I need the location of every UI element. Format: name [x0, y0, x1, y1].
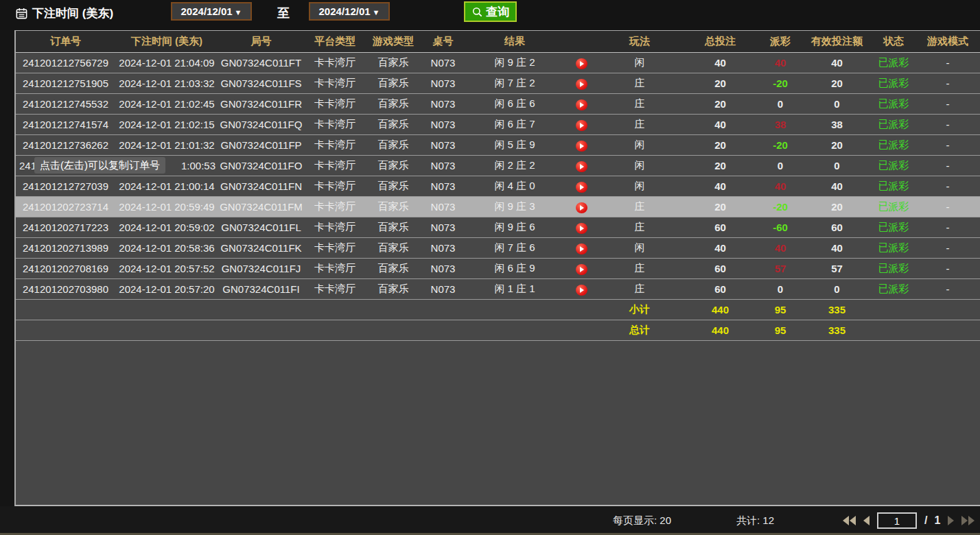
cell-total_bet: 40: [681, 115, 760, 135]
cell-valid_bet: 57: [801, 259, 873, 279]
play-video-button[interactable]: [576, 264, 587, 275]
column-header-platform: 平台类型: [304, 31, 366, 53]
cell-result: 闲 6 庄 9: [465, 259, 564, 279]
date-to-select[interactable]: 2024/12/01▼: [309, 2, 390, 21]
cell-platform: 卡卡湾厅: [304, 94, 366, 115]
table-row[interactable]: 2412012127567292024-12-01 21:04:09GN0732…: [16, 53, 980, 73]
play-video-button[interactable]: [576, 161, 587, 172]
first-page-button[interactable]: [843, 516, 856, 525]
cell-order[interactable]: 241201202723714: [16, 197, 115, 217]
cell-order[interactable]: 241201212751905: [16, 73, 115, 94]
cell-game: 百家乐: [366, 94, 421, 115]
cell-total_bet: 40: [681, 238, 760, 259]
total-row-cell-time: [115, 320, 218, 341]
cell-mode: -: [914, 259, 980, 279]
page-number-input[interactable]: [877, 512, 917, 529]
play-video-button[interactable]: [576, 243, 587, 254]
cell-platform: 卡卡湾厅: [304, 115, 366, 135]
cell-payout: 40: [760, 53, 801, 73]
cell-status: 已派彩: [873, 217, 914, 238]
cell-play_icon: [564, 176, 598, 197]
cell-order[interactable]: 241201202717223: [16, 217, 115, 238]
play-video-button[interactable]: [576, 58, 587, 69]
cell-time: 2024-12-01 20:58:36: [115, 238, 218, 259]
cell-mode: -: [914, 73, 980, 94]
date-range-to-label: 至: [277, 5, 290, 21]
play-video-button[interactable]: [576, 223, 587, 234]
table-row[interactable]: 2412012127519052024-12-01 21:03:32GN0732…: [16, 73, 980, 94]
cell-order[interactable]: 241201212727039: [16, 176, 115, 197]
query-button[interactable]: 查询: [464, 1, 517, 22]
table-row[interactable]: 2412012027237142024-12-01 20:59:49GN0732…: [16, 197, 980, 217]
cell-play: 庄: [598, 279, 681, 300]
cell-platform: 卡卡湾厅: [304, 217, 366, 238]
total-row-cell-payout: 95: [760, 320, 801, 341]
total-row-cell-status: [873, 320, 914, 341]
previous-page-button[interactable]: [863, 516, 870, 525]
cell-mode: -: [914, 156, 980, 176]
cell-total_bet: 20: [681, 197, 760, 217]
cell-status: 已派彩: [873, 197, 914, 217]
cell-result: 闲 2 庄 2: [465, 156, 564, 176]
cell-order[interactable]: 241201212736262: [16, 135, 115, 156]
cell-order[interactable]: 241201202713989: [16, 238, 115, 259]
cell-valid_bet: 38: [801, 115, 873, 135]
cell-play: 闲: [598, 135, 681, 156]
column-header-payout: 派彩: [760, 31, 801, 53]
cell-round: GN07324C011FR: [218, 94, 304, 115]
table-row[interactable]: 2412012127362622024-12-01 21:01:32GN0732…: [16, 135, 980, 156]
table-row[interactable]: 2412012027139892024-12-01 20:58:36GN0732…: [16, 238, 980, 259]
play-video-button[interactable]: [576, 141, 587, 152]
cell-time: 2024-12-01 21:00:14: [115, 176, 218, 197]
subtotal-row-cell-game: [366, 300, 421, 320]
cell-order[interactable]: 241201202703980: [16, 279, 115, 300]
total-row-cell-play_icon: [564, 320, 598, 341]
column-header-game: 游戏类型: [366, 31, 421, 53]
cell-total_bet: 60: [681, 259, 760, 279]
cell-platform: 卡卡湾厅: [304, 238, 366, 259]
table-row[interactable]: 2412012027039802024-12-01 20:57:20GN0732…: [16, 279, 980, 300]
play-video-button[interactable]: [576, 202, 587, 213]
subtotal-row-cell-valid_bet: 335: [801, 300, 873, 320]
date-from-select[interactable]: 2024/12/01▼: [171, 2, 252, 21]
cell-status: 已派彩: [873, 115, 914, 135]
column-header-round: 局号: [218, 31, 304, 53]
table-row[interactable]: 2412012127415742024-12-01 21:02:15GN0732…: [16, 115, 980, 135]
cell-time: 2024-12-01 21:02:45: [115, 94, 218, 115]
cell-play: 庄: [598, 94, 681, 115]
cell-round: GN07324C011FK: [218, 238, 304, 259]
last-page-button[interactable]: [961, 516, 975, 525]
table-row[interactable]: 2412012127455322024-12-01 21:02:45GN0732…: [16, 94, 980, 115]
subtotal-row-cell-table_no: [421, 300, 465, 320]
cell-mode: -: [914, 176, 980, 197]
cell-order[interactable]: 241201212756729: [16, 53, 115, 73]
total-row-cell-valid_bet: 335: [801, 320, 873, 341]
next-page-button[interactable]: [948, 516, 954, 525]
cell-payout: -20: [760, 73, 801, 94]
cell-order[interactable]: 241201212741574: [16, 115, 115, 135]
total-row-cell-platform: [304, 320, 366, 341]
cell-order[interactable]: 241201202708169: [16, 259, 115, 279]
cell-table_no: N073: [421, 73, 465, 94]
play-video-button[interactable]: [576, 79, 587, 90]
cell-game: 百家乐: [366, 279, 421, 300]
play-video-button[interactable]: [576, 120, 587, 131]
cell-order[interactable]: 241201212745532: [16, 94, 115, 115]
subtotal-row-cell-order: [16, 300, 115, 320]
table-row[interactable]: 2412012027172232024-12-01 20:59:02GN0732…: [16, 217, 980, 238]
cell-result: 闲 7 庄 2: [465, 73, 564, 94]
cell-table_no: N073: [421, 259, 465, 279]
cell-valid_bet: 0: [801, 279, 873, 300]
play-video-button[interactable]: [576, 182, 587, 193]
cell-result: 闲 6 庄 6: [465, 94, 564, 115]
cell-valid_bet: 20: [801, 135, 873, 156]
table-row[interactable]: 2412012027081692024-12-01 20:57:52GN0732…: [16, 259, 980, 279]
cell-game: 百家乐: [366, 259, 421, 279]
cell-status: 已派彩: [873, 259, 914, 279]
play-video-button[interactable]: [576, 99, 587, 110]
table-row[interactable]: 2412012127270392024-12-01 21:00:14GN0732…: [16, 176, 980, 197]
cell-play_icon: [564, 259, 598, 279]
play-video-button[interactable]: [576, 285, 587, 296]
column-header-valid_bet: 有效投注额: [801, 31, 873, 53]
cell-platform: 卡卡湾厅: [304, 279, 366, 300]
